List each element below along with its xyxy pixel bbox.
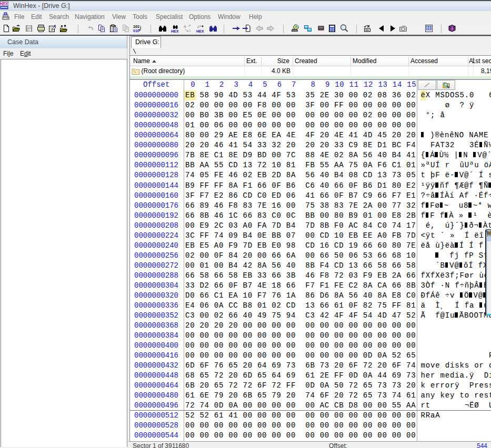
svg-text:HEX: HEX	[171, 29, 179, 33]
svg-text:abc: abc	[365, 29, 369, 32]
svg-text:010: 010	[133, 29, 139, 33]
svg-text:B: B	[188, 29, 191, 33]
svg-text:?: ?	[451, 27, 453, 32]
svg-text:A: A	[184, 25, 186, 28]
svg-text:HEX: HEX	[196, 29, 204, 33]
svg-text:101: 101	[133, 25, 139, 28]
